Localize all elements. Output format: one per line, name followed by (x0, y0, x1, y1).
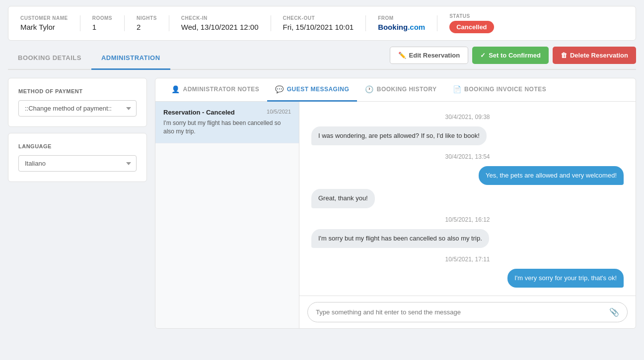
status-badge: Cancelled (449, 21, 494, 33)
chat-and-notes: Reservation - Canceled 10/5/2021 I'm sor… (155, 102, 636, 328)
checkin-field: CHECK-IN Wed, 13/10/2021 12:00 (181, 15, 271, 31)
check-icon: ✓ (480, 52, 486, 59)
guest-messaging-icon: 💬 (275, 85, 284, 93)
booking-dot: .com (408, 23, 425, 31)
checkout-label: CHECK-OUT (283, 15, 354, 21)
content-area: METHOD OF PAYMENT ::Change method of pay… (8, 78, 636, 329)
chat-timestamp: 30/4/2021, 13:54 (311, 153, 624, 160)
sub-tab-admin-notes[interactable]: 👤 ADMINISTRATOR NOTES (163, 78, 267, 102)
tabs-and-actions: BOOKING DETAILS ADMINISTRATION ✏️ Edit R… (8, 47, 636, 70)
admin-notes-icon: 👤 (171, 85, 180, 93)
chat-timestamp: 10/5/2021, 17:11 (311, 256, 624, 263)
main-content: BOOKING DETAILS ADMINISTRATION ✏️ Edit R… (8, 47, 636, 329)
customer-name-label: CUSTOMER NAME (20, 15, 68, 21)
customer-name-value: Mark Tylor (20, 23, 68, 31)
chat-bubble-left: I was wondering, are pets allowed? If so… (311, 126, 487, 145)
booking-text: Booking (378, 23, 408, 31)
invoice-notes-icon: 📄 (453, 85, 462, 93)
rooms-value: 1 (92, 23, 112, 31)
language-select[interactable]: Italiano (18, 155, 137, 172)
customer-name-field: CUSTOMER NAME Mark Tylor (20, 15, 80, 31)
chat-bubble-right: I'm very sorry for your trip, that's ok! (507, 269, 624, 288)
set-confirmed-button[interactable]: ✓ Set to Confirmed (472, 47, 549, 64)
sub-tab-invoice-notes[interactable]: 📄 BOOKING INVOICE NOTES (445, 78, 555, 102)
tab-administration[interactable]: ADMINISTRATION (91, 47, 170, 70)
attach-icon[interactable]: 📎 (609, 307, 619, 317)
note-item-title: Reservation - Canceled (163, 109, 235, 116)
left-panel: METHOD OF PAYMENT ::Change method of pay… (8, 78, 147, 329)
delete-reservation-button[interactable]: 🗑 Delete Reservation (553, 47, 636, 64)
top-bar: CUSTOMER NAME Mark Tylor ROOMS 1 NIGHTS … (8, 6, 636, 41)
chat-timestamp: 10/5/2021, 16:12 (311, 216, 624, 223)
nights-label: NIGHTS (137, 15, 157, 21)
note-item-body: I'm sorry but my flight has been cancell… (163, 119, 291, 136)
checkin-label: CHECK-IN (181, 15, 259, 21)
status-label: STATUS (449, 13, 494, 19)
nights-field: NIGHTS 2 (137, 15, 169, 31)
status-field: STATUS Cancelled (449, 13, 494, 33)
payment-card: METHOD OF PAYMENT ::Change method of pay… (8, 78, 147, 127)
sub-tab-booking-history[interactable]: 🕐 BOOKING HISTORY (357, 78, 444, 102)
chat-input[interactable] (316, 308, 609, 316)
note-item[interactable]: Reservation - Canceled 10/5/2021 I'm sor… (155, 102, 299, 143)
tab-list: BOOKING DETAILS ADMINISTRATION (8, 47, 170, 69)
language-card: LANGUAGE Italiano (8, 133, 147, 182)
checkin-value: Wed, 13/10/2021 12:00 (181, 23, 259, 31)
chat-messages: 30/4/2021, 09:38I was wondering, are pet… (299, 102, 636, 296)
from-field: FROM Booking.com (378, 15, 437, 31)
booking-history-icon: 🕐 (365, 85, 374, 93)
from-label: FROM (378, 15, 425, 21)
rooms-label: ROOMS (92, 15, 112, 21)
chat-bubble-left: Great, thank you! (311, 189, 375, 208)
chat-bubble-left: I'm sorry but my flight has been cancell… (311, 229, 489, 248)
edit-reservation-button[interactable]: ✏️ Edit Reservation (390, 47, 469, 64)
chat-timestamp: 30/4/2021, 09:38 (311, 114, 624, 120)
tab-booking-details[interactable]: BOOKING DETAILS (8, 47, 91, 70)
sub-tab-guest-messaging[interactable]: 💬 GUEST MESSAGING (267, 78, 357, 102)
checkout-field: CHECK-OUT Fri, 15/10/2021 10:01 (283, 15, 366, 31)
checkout-value: Fri, 15/10/2021 10:01 (283, 23, 354, 31)
chat-area: 30/4/2021, 09:38I was wondering, are pet… (299, 102, 636, 328)
right-panel: 👤 ADMINISTRATOR NOTES 💬 GUEST MESSAGING … (155, 78, 636, 329)
edit-icon: ✏️ (398, 52, 406, 59)
chat-input-area: 📎 (299, 296, 636, 328)
action-buttons: ✏️ Edit Reservation ✓ Set to Confirmed 🗑… (390, 47, 636, 69)
language-title: LANGUAGE (18, 143, 137, 149)
note-item-header: Reservation - Canceled 10/5/2021 (163, 109, 291, 116)
chat-bubble-right: Yes, the pets are allowed and very welco… (479, 166, 624, 185)
sub-tabs: 👤 ADMINISTRATOR NOTES 💬 GUEST MESSAGING … (155, 78, 636, 102)
payment-title: METHOD OF PAYMENT (18, 88, 137, 94)
trash-icon: 🗑 (561, 52, 567, 59)
from-value: Booking.com (378, 23, 425, 31)
nights-value: 2 (137, 23, 157, 31)
rooms-field: ROOMS 1 (92, 15, 125, 31)
note-item-date: 10/5/2021 (267, 109, 291, 115)
payment-select[interactable]: ::Change method of payment:: (18, 100, 137, 117)
notes-sidebar: Reservation - Canceled 10/5/2021 I'm sor… (155, 102, 299, 328)
chat-input-wrapper: 📎 (307, 302, 628, 322)
